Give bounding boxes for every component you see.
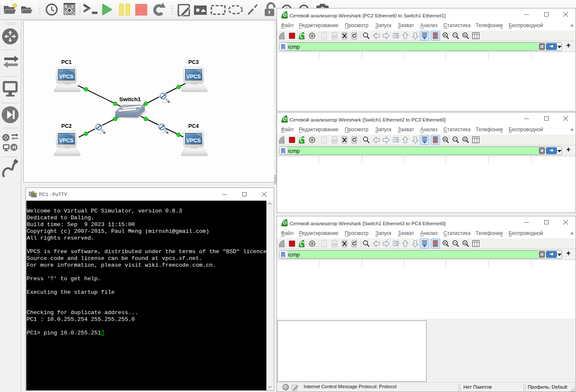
- svg-text:PC4: PC4: [188, 123, 199, 129]
- svg-text:Switch1: Switch1: [119, 96, 141, 102]
- svg-text:PC3: PC3: [188, 59, 199, 65]
- svg-text:PC2: PC2: [61, 123, 72, 129]
- svg-text:PC1: PC1: [61, 59, 72, 65]
